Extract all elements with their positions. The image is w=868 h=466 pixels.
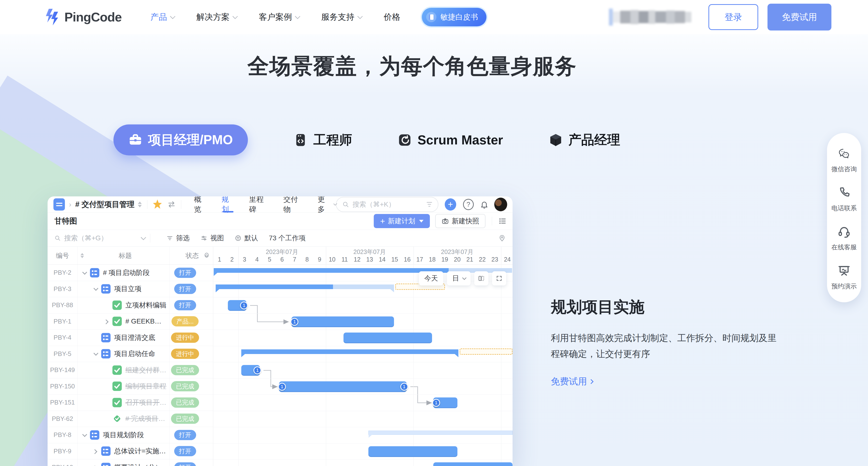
nav-item-3[interactable]: 服务支持: [321, 11, 361, 23]
nav-item-0[interactable]: 产品: [151, 11, 174, 23]
expander-icon[interactable]: [103, 320, 110, 323]
work-item-title[interactable]: # 项目启动阶段: [103, 268, 150, 277]
table-row[interactable]: PBY-8项目规划阶段打开: [48, 427, 213, 443]
gantt-bar-parent[interactable]: [241, 349, 458, 354]
app-tab-4[interactable]: 更多: [318, 196, 336, 213]
filter-button[interactable]: 筛选: [166, 234, 190, 243]
work-item-title[interactable]: 立项材料编辑: [125, 301, 166, 310]
feature-trial-link[interactable]: 免费试用: [551, 375, 593, 388]
gantt-bar-task[interactable]: [433, 462, 513, 466]
table-row[interactable]: PBY-4项目澄清交底进行中: [48, 330, 213, 346]
expander-icon[interactable]: [92, 287, 99, 290]
nav-item-1[interactable]: 解决方案: [196, 11, 237, 23]
status-badge[interactable]: 打开: [174, 284, 196, 294]
expander-icon[interactable]: [81, 433, 88, 437]
sort-icon[interactable]: [81, 253, 84, 258]
project-switcher-icon[interactable]: [138, 201, 142, 207]
work-item-title[interactable]: 总体设计=实施方案（...: [114, 446, 166, 456]
work-item-title[interactable]: # GEEKBOOKS 极...: [125, 317, 166, 326]
table-row[interactable]: PBY-151召开项目开工会已完成: [48, 395, 213, 411]
status-badge[interactable]: 打开: [174, 446, 196, 456]
column-header-status[interactable]: 状态: [170, 247, 200, 265]
new-plan-button[interactable]: +新建计划: [374, 214, 430, 228]
whitepaper-badge[interactable]: 敏捷白皮书: [422, 8, 487, 26]
work-item-title[interactable]: 项目启动任命: [114, 349, 155, 359]
global-search-input[interactable]: 搜索（⌘+K）: [336, 197, 438, 212]
contact-item-wechat[interactable]: 微信咨询: [831, 147, 857, 174]
table-row[interactable]: PBY-3项目立项打开: [48, 281, 213, 298]
gantt-bar-task[interactable]: 1: [228, 300, 246, 311]
work-item-title[interactable]: 编制项目章程: [125, 381, 166, 391]
gantt-bar-task[interactable]: 1: [433, 398, 458, 408]
time-scale-select[interactable]: 日: [447, 271, 471, 285]
gantt-bar-task[interactable]: [368, 446, 458, 457]
table-row[interactable]: PBY-62# 完成项目启动阶段...已完成: [48, 411, 213, 427]
fullscreen-button[interactable]: [492, 271, 506, 285]
gantt-bar-parent[interactable]: [216, 284, 394, 289]
app-tab-1[interactable]: 规划: [221, 196, 235, 213]
expander-icon[interactable]: [92, 352, 99, 355]
persona-tab-code-terminal[interactable]: 工程师: [294, 131, 352, 149]
favorite-star-icon[interactable]: [153, 199, 162, 209]
dependency-count-badge[interactable]: 1: [290, 318, 298, 326]
status-badge[interactable]: 打开: [174, 268, 196, 278]
dependency-count-badge[interactable]: 1: [240, 302, 248, 309]
status-badge[interactable]: 已完成: [171, 381, 199, 391]
status-badge[interactable]: 打开: [174, 462, 196, 466]
status-badge[interactable]: 已完成: [171, 365, 199, 375]
preset-button[interactable]: 默认: [235, 234, 258, 243]
create-button[interactable]: +: [445, 198, 456, 211]
status-badge[interactable]: 打开: [174, 430, 196, 440]
nav-item-4[interactable]: 价格: [384, 11, 400, 23]
free-trial-button[interactable]: 免费试用: [768, 4, 831, 31]
status-badge[interactable]: 已完成: [171, 398, 199, 408]
pingcode-logo[interactable]: PingCode: [44, 8, 122, 26]
new-snapshot-button[interactable]: 新建快照: [435, 214, 486, 228]
column-settings-gear-icon[interactable]: [200, 247, 213, 265]
table-row[interactable]: PBY-1# GEEKBOOKS 极...产品...: [48, 313, 213, 330]
view-settings-button[interactable]: 视图: [200, 234, 224, 243]
column-header-id[interactable]: 编号: [48, 247, 78, 265]
dependency-count-badge[interactable]: 1: [400, 383, 408, 391]
contact-item-phone[interactable]: 电话联系: [831, 186, 857, 213]
breadcrumb[interactable]: # 交付型项目管理: [75, 199, 134, 210]
persona-tab-cube[interactable]: 产品经理: [549, 131, 620, 149]
dependency-count-badge[interactable]: 1: [253, 367, 261, 374]
work-item-title[interactable]: 召开项目开工会: [125, 398, 166, 407]
contact-item-headset[interactable]: 在线客服: [831, 225, 857, 252]
work-item-title[interactable]: 项目规划阶段: [103, 430, 144, 440]
app-tab-3[interactable]: 交付物: [283, 196, 303, 213]
split-panel-button[interactable]: [474, 271, 488, 285]
login-button[interactable]: 登录: [709, 4, 758, 30]
gantt-bar-task[interactable]: 11: [279, 381, 407, 392]
user-avatar[interactable]: [494, 198, 507, 211]
search-filter-icon[interactable]: [427, 202, 432, 207]
status-badge[interactable]: 进行中: [171, 349, 199, 359]
column-header-title[interactable]: 标题: [119, 251, 132, 260]
status-badge[interactable]: 进行中: [171, 333, 199, 343]
expander-icon[interactable]: [92, 449, 99, 453]
persona-tab-scrum-cycle[interactable]: Scrum Master: [398, 132, 503, 147]
status-badge[interactable]: 产品...: [172, 316, 198, 327]
gantt-bar-task[interactable]: [343, 333, 432, 343]
work-item-title[interactable]: 项目立项: [114, 284, 142, 293]
app-tab-2[interactable]: 里程碑: [249, 196, 269, 213]
notifications-bell-icon[interactable]: [480, 200, 488, 209]
dependency-count-badge[interactable]: 1: [432, 399, 440, 407]
persona-tab-briefcase[interactable]: 项目经理/PMO: [114, 124, 248, 155]
work-item-title[interactable]: 概要设计（分）: [114, 463, 162, 466]
status-badge[interactable]: 已完成: [171, 413, 199, 424]
locate-pin-icon[interactable]: [498, 235, 506, 242]
today-button[interactable]: 今天: [419, 271, 443, 285]
exchange-icon[interactable]: [167, 200, 176, 209]
table-row[interactable]: PBY-9总体设计=实施方案（...打开: [48, 443, 213, 460]
gantt-bar-baseline[interactable]: [368, 431, 513, 435]
nav-item-2[interactable]: 客户案例: [259, 11, 299, 23]
app-tab-0[interactable]: 概览: [194, 196, 207, 213]
table-row[interactable]: PBY-149组建交付群和工作台已完成: [48, 362, 213, 378]
dependency-count-badge[interactable]: 1: [278, 383, 286, 391]
item-search-input[interactable]: 搜索（⌘+G）: [54, 234, 145, 243]
table-row[interactable]: PBY-5项目启动任命进行中: [48, 346, 213, 362]
table-row[interactable]: PBY-150编制项目章程已完成: [48, 378, 213, 395]
table-row[interactable]: PBY-2# 项目启动阶段打开: [48, 265, 213, 281]
